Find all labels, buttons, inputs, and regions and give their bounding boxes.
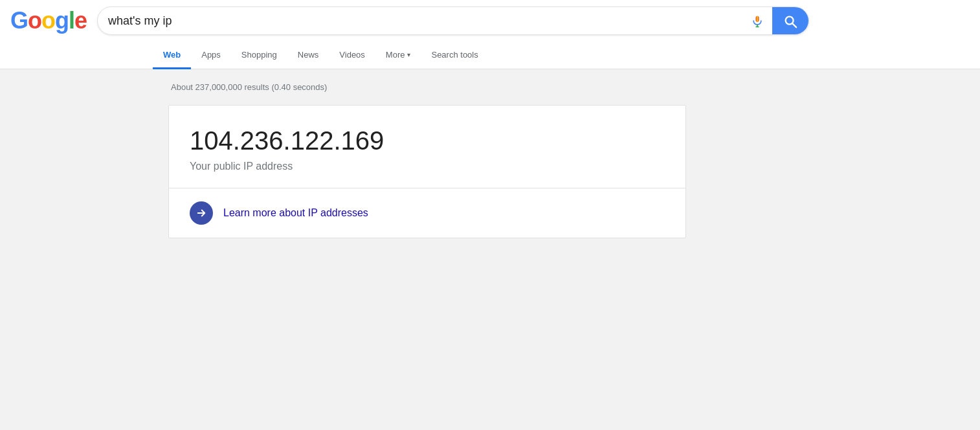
voice-search-button[interactable] — [742, 7, 772, 35]
logo-letter-l: l — [69, 7, 74, 34]
tab-apps[interactable]: Apps — [191, 42, 231, 69]
tab-web[interactable]: Web — [153, 42, 191, 69]
arrow-right-icon — [195, 207, 207, 219]
arrow-circle-icon — [190, 201, 213, 225]
tab-videos[interactable]: Videos — [329, 42, 375, 69]
search-input[interactable]: what's my ip — [98, 7, 742, 34]
search-submit-button[interactable] — [772, 7, 808, 35]
tab-more[interactable]: More ▾ — [375, 42, 421, 69]
logo-letter-o2: o — [41, 7, 55, 34]
ip-label: Your public IP address — [190, 161, 665, 172]
main-content: About 237,000,000 results (0.40 seconds)… — [0, 69, 980, 406]
google-logo[interactable]: Google — [10, 7, 87, 34]
logo-letter-e: e — [74, 7, 87, 34]
header-top: Google what's my ip — [10, 0, 970, 39]
logo-letter-g: G — [10, 7, 28, 34]
tab-videos-label: Videos — [339, 50, 365, 60]
search-bar: what's my ip — [97, 6, 809, 35]
tab-shopping-label: Shopping — [241, 50, 277, 60]
ip-learn-more-section: Learn more about IP addresses — [169, 188, 685, 238]
results-stats: About 237,000,000 results (0.40 seconds) — [168, 82, 980, 92]
tab-apps-label: Apps — [201, 50, 221, 60]
chevron-down-icon: ▾ — [407, 51, 410, 58]
search-icon — [783, 14, 797, 28]
search-tabs: Web Apps Shopping News Videos More ▾ Sea… — [10, 41, 970, 69]
tab-search-tools[interactable]: Search tools — [421, 42, 488, 69]
ip-address: 104.236.122.169 — [190, 126, 665, 155]
svg-rect-1 — [757, 16, 759, 22]
tab-search-tools-label: Search tools — [431, 50, 478, 60]
logo-letter-g2: g — [55, 7, 69, 34]
ip-card-main: 104.236.122.169 Your public IP address — [169, 106, 685, 188]
tab-news[interactable]: News — [287, 42, 329, 69]
tab-news-label: News — [298, 50, 319, 60]
microphone-icon — [751, 12, 764, 30]
svg-line-5 — [792, 23, 796, 27]
header: Google what's my ip — [0, 0, 980, 69]
tab-more-label: More — [386, 50, 405, 60]
tab-shopping[interactable]: Shopping — [231, 42, 287, 69]
logo-letter-o1: o — [28, 7, 41, 34]
tab-web-label: Web — [163, 50, 181, 60]
ip-card: 104.236.122.169 Your public IP address L… — [168, 105, 686, 238]
learn-more-link[interactable]: Learn more about IP addresses — [223, 207, 368, 219]
